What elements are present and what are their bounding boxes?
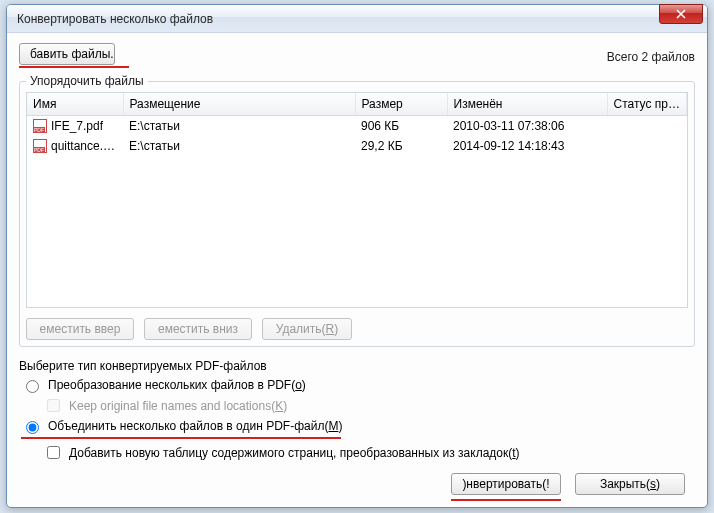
check-add-toc-input[interactable] (47, 446, 60, 459)
radio-merge-to-one[interactable]: Объединить несколько файлов в один PDF-ф… (21, 418, 695, 434)
close-button[interactable]: Закрыть(s) (575, 473, 685, 495)
cell-location: E:\статьи (123, 116, 355, 137)
col-status[interactable]: Статус преоб... (607, 93, 687, 116)
cell-location: E:\статьи (123, 136, 355, 156)
cell-modified: 2014-09-12 14:18:43 (447, 136, 607, 156)
col-location[interactable]: Размещение (123, 93, 355, 116)
file-table: Имя Размещение Размер Изменён Статус пре… (26, 92, 688, 308)
cell-size: 906 КБ (355, 116, 447, 137)
delete-button: Удалить(R) (262, 318, 352, 340)
check-keep-names: Keep original file names and locations(K… (43, 396, 695, 415)
reorder-button-row: еместить ввер еместить вниз Удалить(R) (20, 314, 694, 346)
convert-button[interactable]: )нвертировать(! (451, 473, 561, 495)
cell-status (607, 116, 687, 137)
footer-buttons: )нвертировать(! Закрыть(s) (19, 465, 695, 499)
check-add-toc[interactable]: Добавить новую таблицу содержимого стран… (43, 443, 695, 462)
annotation-underline (19, 66, 129, 68)
title-bar: Конвертировать несколько файлов (7, 5, 707, 33)
move-up-button: еместить ввер (26, 318, 134, 340)
close-icon[interactable] (659, 4, 703, 24)
pdf-file-icon (33, 119, 47, 133)
move-down-button: еместить вниз (144, 318, 252, 340)
cell-status (607, 136, 687, 156)
radio-multi-input[interactable] (26, 380, 39, 393)
radio-merge-input[interactable] (26, 421, 39, 434)
cell-size: 29,2 КБ (355, 136, 447, 156)
window-title: Конвертировать несколько файлов (17, 12, 213, 26)
table-row[interactable]: IFE_7.pdf E:\статьи 906 КБ 2010-03-11 07… (27, 116, 687, 137)
col-name[interactable]: Имя (27, 93, 123, 116)
pdf-file-icon (33, 139, 47, 153)
annotation-underline-wrap: )нвертировать(! (451, 473, 561, 495)
group-legend: Упорядочить файлы (26, 74, 148, 88)
add-files-button[interactable]: бавить файлы... (19, 43, 115, 65)
cell-name: quittance.pdf (51, 139, 120, 153)
dialog-content: бавить файлы... Всего 2 файлов Упорядочи… (7, 33, 707, 507)
order-files-group: Упорядочить файлы Имя Размещение Размер … (19, 74, 695, 347)
radio-multi-to-pdf[interactable]: Преобразование нескольких файлов в PDF(o… (21, 377, 695, 393)
table-header-row: Имя Размещение Размер Изменён Статус пре… (27, 93, 687, 116)
type-caption: Выберите тип конвертируемых PDF-файлов (19, 359, 695, 373)
cell-modified: 2010-03-11 07:38:06 (447, 116, 607, 137)
col-modified[interactable]: Изменён (447, 93, 607, 116)
total-files-label: Всего 2 файлов (607, 50, 695, 64)
annotation-underline (21, 437, 341, 439)
top-row: бавить файлы... Всего 2 файлов (19, 43, 695, 70)
type-section: Выберите тип конвертируемых PDF-файлов П… (19, 359, 695, 465)
table-row[interactable]: quittance.pdf E:\статьи 29,2 КБ 2014-09-… (27, 136, 687, 156)
col-size[interactable]: Размер (355, 93, 447, 116)
dialog-window: Конвертировать несколько файлов бавить ф… (6, 4, 708, 508)
check-keep-names-input (47, 399, 60, 412)
cell-name: IFE_7.pdf (51, 119, 103, 133)
